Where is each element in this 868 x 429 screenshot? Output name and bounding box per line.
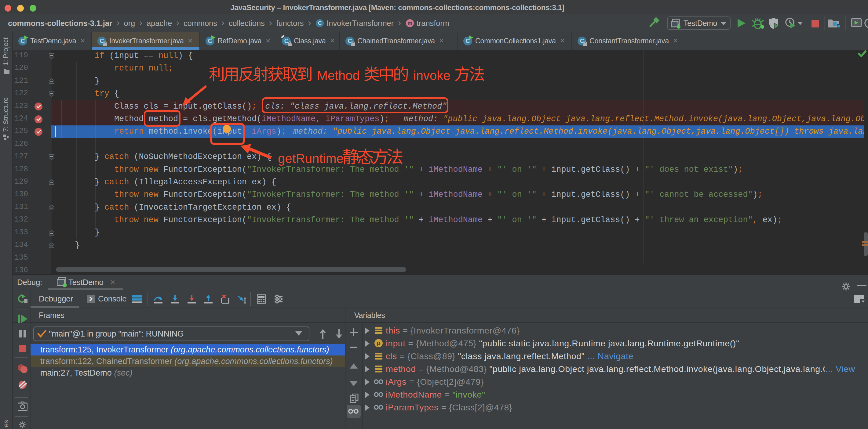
svg-text:TestDemo: TestDemo: [684, 19, 717, 28]
